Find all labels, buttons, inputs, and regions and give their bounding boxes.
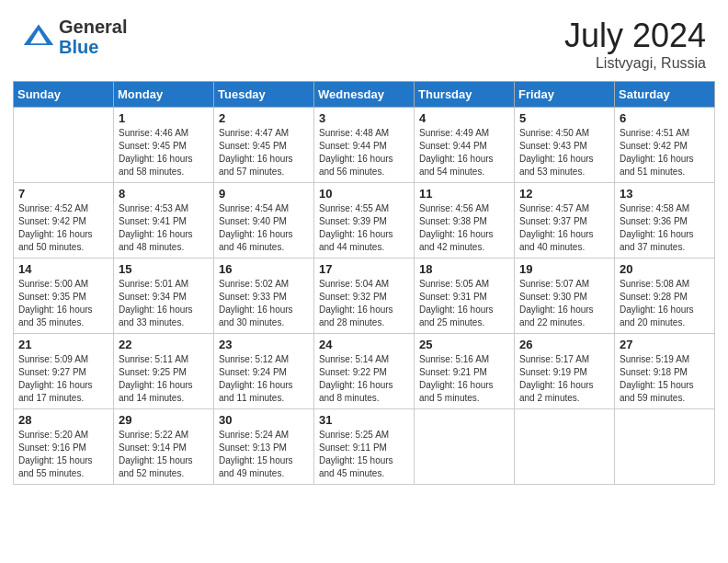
calendar-cell: 19Sunrise: 5:07 AMSunset: 9:30 PMDayligh… — [515, 259, 615, 334]
calendar-cell — [14, 108, 114, 183]
cell-info: Sunrise: 5:01 AMSunset: 9:34 PMDaylight:… — [119, 278, 209, 329]
calendar-cell: 21Sunrise: 5:09 AMSunset: 9:27 PMDayligh… — [14, 334, 114, 409]
day-header-saturday: Saturday — [615, 82, 715, 108]
cell-info: Sunrise: 5:17 AMSunset: 9:19 PMDaylight:… — [519, 353, 609, 405]
calendar-header: SundayMondayTuesdayWednesdayThursdayFrid… — [14, 82, 715, 108]
calendar-cell: 20Sunrise: 5:08 AMSunset: 9:28 PMDayligh… — [615, 259, 715, 334]
calendar-cell: 23Sunrise: 5:12 AMSunset: 9:24 PMDayligh… — [214, 334, 314, 409]
calendar-cell: 14Sunrise: 5:00 AMSunset: 9:35 PMDayligh… — [14, 259, 114, 334]
day-number: 3 — [319, 111, 409, 125]
day-number: 20 — [620, 262, 710, 276]
calendar-cell: 15Sunrise: 5:01 AMSunset: 9:34 PMDayligh… — [114, 259, 214, 334]
week-row-5: 28Sunrise: 5:20 AMSunset: 9:16 PMDayligh… — [14, 409, 715, 485]
cell-info: Sunrise: 4:46 AMSunset: 9:45 PMDaylight:… — [119, 127, 209, 178]
calendar-cell: 17Sunrise: 5:04 AMSunset: 9:32 PMDayligh… — [314, 259, 415, 334]
month-year: July 2024 — [564, 17, 706, 55]
day-header-wednesday: Wednesday — [314, 82, 415, 108]
page: General Blue July 2024 Listvyagi, Russia… — [0, 0, 728, 563]
logo-blue-text: Blue — [59, 37, 127, 57]
calendar-cell: 22Sunrise: 5:11 AMSunset: 9:25 PMDayligh… — [114, 334, 214, 409]
calendar-cell: 11Sunrise: 4:56 AMSunset: 9:38 PMDayligh… — [415, 183, 515, 259]
cell-info: Sunrise: 5:24 AMSunset: 9:13 PMDaylight:… — [219, 429, 309, 480]
cell-info: Sunrise: 5:12 AMSunset: 9:24 PMDaylight:… — [219, 353, 309, 405]
header-row: SundayMondayTuesdayWednesdayThursdayFrid… — [14, 82, 715, 108]
calendar-cell: 30Sunrise: 5:24 AMSunset: 9:13 PMDayligh… — [214, 409, 314, 485]
calendar-cell: 2Sunrise: 4:47 AMSunset: 9:45 PMDaylight… — [214, 108, 314, 183]
calendar-cell: 27Sunrise: 5:19 AMSunset: 9:18 PMDayligh… — [615, 334, 715, 409]
day-number: 7 — [18, 187, 108, 201]
cell-info: Sunrise: 4:51 AMSunset: 9:42 PMDaylight:… — [620, 127, 710, 178]
cell-info: Sunrise: 5:25 AMSunset: 9:11 PMDaylight:… — [319, 429, 409, 480]
calendar-cell: 25Sunrise: 5:16 AMSunset: 9:21 PMDayligh… — [415, 334, 515, 409]
calendar-cell: 13Sunrise: 4:58 AMSunset: 9:36 PMDayligh… — [615, 183, 715, 259]
cell-info: Sunrise: 4:52 AMSunset: 9:42 PMDaylight:… — [18, 202, 108, 254]
cell-info: Sunrise: 5:09 AMSunset: 9:27 PMDaylight:… — [18, 353, 108, 405]
calendar-cell: 9Sunrise: 4:54 AMSunset: 9:40 PMDaylight… — [214, 183, 314, 259]
header: General Blue July 2024 Listvyagi, Russia — [0, 0, 728, 81]
cell-info: Sunrise: 4:53 AMSunset: 9:41 PMDaylight:… — [119, 202, 209, 254]
day-number: 28 — [18, 413, 108, 427]
calendar-container: SundayMondayTuesdayWednesdayThursdayFrid… — [0, 81, 728, 563]
calendar-cell: 10Sunrise: 4:55 AMSunset: 9:39 PMDayligh… — [314, 183, 415, 259]
calendar-cell: 8Sunrise: 4:53 AMSunset: 9:41 PMDaylight… — [114, 183, 214, 259]
day-number: 29 — [119, 413, 209, 427]
day-header-sunday: Sunday — [14, 82, 114, 108]
calendar-cell — [415, 409, 515, 485]
cell-info: Sunrise: 5:02 AMSunset: 9:33 PMDaylight:… — [219, 278, 309, 329]
calendar-cell: 28Sunrise: 5:20 AMSunset: 9:16 PMDayligh… — [14, 409, 114, 485]
day-number: 9 — [219, 187, 309, 201]
logo-text: General Blue — [59, 17, 127, 57]
calendar-cell: 29Sunrise: 5:22 AMSunset: 9:14 PMDayligh… — [114, 409, 214, 485]
cell-info: Sunrise: 4:50 AMSunset: 9:43 PMDaylight:… — [519, 127, 609, 178]
cell-info: Sunrise: 4:49 AMSunset: 9:44 PMDaylight:… — [419, 127, 509, 178]
cell-info: Sunrise: 5:14 AMSunset: 9:22 PMDaylight:… — [319, 353, 409, 405]
cell-info: Sunrise: 5:04 AMSunset: 9:32 PMDaylight:… — [319, 278, 409, 329]
calendar-cell: 3Sunrise: 4:48 AMSunset: 9:44 PMDaylight… — [314, 108, 415, 183]
cell-info: Sunrise: 4:54 AMSunset: 9:40 PMDaylight:… — [219, 202, 309, 254]
week-row-4: 21Sunrise: 5:09 AMSunset: 9:27 PMDayligh… — [14, 334, 715, 409]
calendar-body: 1Sunrise: 4:46 AMSunset: 9:45 PMDaylight… — [14, 108, 715, 485]
calendar-cell: 4Sunrise: 4:49 AMSunset: 9:44 PMDaylight… — [415, 108, 515, 183]
week-row-1: 1Sunrise: 4:46 AMSunset: 9:45 PMDaylight… — [14, 108, 715, 183]
day-number: 17 — [319, 262, 409, 276]
cell-info: Sunrise: 5:22 AMSunset: 9:14 PMDaylight:… — [119, 429, 209, 480]
day-number: 23 — [219, 338, 309, 351]
day-number: 30 — [219, 413, 309, 427]
cell-info: Sunrise: 4:58 AMSunset: 9:36 PMDaylight:… — [620, 202, 710, 254]
day-header-monday: Monday — [114, 82, 214, 108]
calendar-cell: 16Sunrise: 5:02 AMSunset: 9:33 PMDayligh… — [214, 259, 314, 334]
cell-info: Sunrise: 5:08 AMSunset: 9:28 PMDaylight:… — [620, 278, 710, 329]
cell-info: Sunrise: 4:56 AMSunset: 9:38 PMDaylight:… — [419, 202, 509, 254]
cell-info: Sunrise: 5:16 AMSunset: 9:21 PMDaylight:… — [419, 353, 509, 405]
cell-info: Sunrise: 4:48 AMSunset: 9:44 PMDaylight:… — [319, 127, 409, 178]
calendar-cell: 5Sunrise: 4:50 AMSunset: 9:43 PMDaylight… — [515, 108, 615, 183]
day-header-friday: Friday — [515, 82, 615, 108]
day-number: 1 — [119, 111, 209, 125]
day-header-thursday: Thursday — [415, 82, 515, 108]
day-number: 31 — [319, 413, 409, 427]
day-number: 24 — [319, 338, 409, 351]
cell-info: Sunrise: 5:05 AMSunset: 9:31 PMDaylight:… — [419, 278, 509, 329]
day-number: 13 — [620, 187, 710, 201]
day-header-tuesday: Tuesday — [214, 82, 314, 108]
calendar-cell: 6Sunrise: 4:51 AMSunset: 9:42 PMDaylight… — [615, 108, 715, 183]
day-number: 8 — [119, 187, 209, 201]
cell-info: Sunrise: 4:57 AMSunset: 9:37 PMDaylight:… — [519, 202, 609, 254]
day-number: 10 — [319, 187, 409, 201]
day-number: 18 — [419, 262, 509, 276]
day-number: 19 — [519, 262, 609, 276]
calendar-cell: 18Sunrise: 5:05 AMSunset: 9:31 PMDayligh… — [415, 259, 515, 334]
day-number: 26 — [519, 338, 609, 351]
cell-info: Sunrise: 5:20 AMSunset: 9:16 PMDaylight:… — [18, 429, 108, 480]
logo-general-text: General — [59, 17, 127, 37]
calendar-cell — [515, 409, 615, 485]
calendar-table: SundayMondayTuesdayWednesdayThursdayFrid… — [13, 81, 715, 485]
day-number: 22 — [119, 338, 209, 351]
day-number: 5 — [519, 111, 609, 125]
day-number: 15 — [119, 262, 209, 276]
calendar-cell: 12Sunrise: 4:57 AMSunset: 9:37 PMDayligh… — [515, 183, 615, 259]
logo: General Blue — [22, 17, 127, 57]
cell-info: Sunrise: 5:00 AMSunset: 9:35 PMDaylight:… — [18, 278, 108, 329]
day-number: 11 — [419, 187, 509, 201]
calendar-cell: 7Sunrise: 4:52 AMSunset: 9:42 PMDaylight… — [14, 183, 114, 259]
